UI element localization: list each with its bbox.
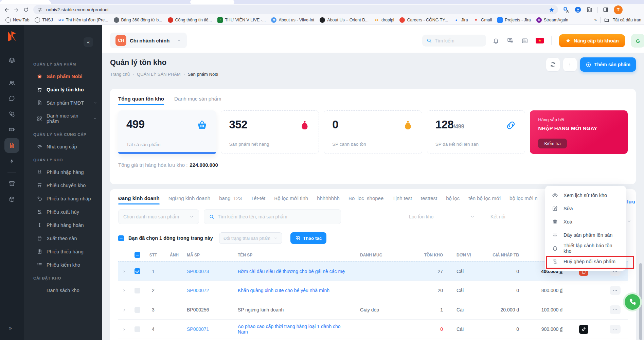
row-checkbox[interactable]: [135, 307, 140, 313]
product-name-link[interactable]: SP ngừng kinh doanh: [238, 307, 348, 312]
support-agent-icon[interactable]: [507, 37, 514, 44]
site-settings-icon[interactable]: [37, 7, 43, 13]
filter-tab[interactable]: tên bộ lọc mới: [468, 195, 501, 204]
filter-tab[interactable]: bộ lọc mới n: [509, 195, 537, 204]
sidebar-item[interactable]: Nhà cung cấp: [33, 140, 102, 153]
change-status-dropdown[interactable]: Đổi trạng thái sản phẩm: [219, 232, 282, 244]
rail-cash-icon[interactable]: [4, 122, 19, 137]
back-icon[interactable]: [2, 5, 12, 15]
context-menu-item[interactable]: Sửa: [545, 202, 626, 215]
language-flag-icon[interactable]: ★: [536, 38, 544, 43]
column-header[interactable]: ẢNH: [162, 253, 187, 257]
sidebar-item[interactable]: Sản phẩm TMĐT: [33, 96, 102, 109]
expand-row-button[interactable]: [118, 288, 130, 293]
check-button[interactable]: Kiểm tra: [538, 139, 567, 148]
sidebar-item[interactable]: Phiếu thiếu hàng: [33, 245, 102, 258]
product-code-link[interactable]: SP000073: [187, 269, 238, 274]
stock-filter-select[interactable]: Lọc tồn kho: [404, 209, 480, 224]
browser-tab-inactive[interactable]: [190, 0, 234, 4]
app-logo-icon[interactable]: [6, 30, 18, 43]
row-actions-button[interactable]: [610, 325, 621, 334]
breadcrumb-home[interactable]: Trang chủ: [110, 72, 130, 77]
save-filter-link[interactable]: lưu: [627, 199, 635, 204]
call-support-fab[interactable]: [623, 292, 642, 311]
rail-archive-icon[interactable]: [4, 176, 19, 191]
header-checkbox[interactable]: [135, 252, 140, 258]
product-code-link[interactable]: BP000256: [187, 307, 238, 312]
bookmark-item[interactable]: Careers - CÔNG TY...: [397, 16, 451, 24]
context-menu-item[interactable]: Xem lịch sử tồn kho: [545, 189, 626, 202]
sidebar-item[interactable]: Quản lý tồn kho: [33, 83, 102, 96]
forward-icon[interactable]: [12, 5, 21, 15]
category-select[interactable]: Chọn danh mục sản phẩm: [118, 209, 199, 224]
translate-icon[interactable]: [563, 6, 570, 13]
bookmark-item[interactable]: M About us - Vlive-int: [268, 16, 317, 24]
sidebar-item[interactable]: Danh sách kho: [33, 284, 102, 297]
sidebar-item[interactable]: Phiếu chuyển kho: [33, 179, 102, 192]
rail-cube-icon[interactable]: [4, 192, 19, 207]
filter-tab[interactable]: testtest: [421, 195, 437, 204]
column-header[interactable]: TÊN SP: [238, 253, 348, 257]
chevron-down-icon[interactable]: [627, 219, 631, 223]
sidebar-item[interactable]: Danh mục sản phẩm: [33, 109, 102, 128]
filter-tab[interactable]: Ngừng kinh doanh: [168, 195, 210, 204]
rail-doc-icon[interactable]: [4, 138, 19, 153]
rail-phone-icon[interactable]: [4, 107, 19, 122]
row-checkbox[interactable]: [135, 268, 140, 274]
refresh-button[interactable]: [546, 58, 560, 71]
product-search-input[interactable]: Tìm kiếm theo tên, mã sản phẩm: [204, 209, 341, 224]
filter-tab[interactable]: hhhhhhhh: [317, 195, 340, 204]
all-bookmarks-label[interactable]: Tất cả dấu tran: [613, 18, 641, 22]
context-menu-item[interactable]: Thiết lập cảnh báo tồn kho: [545, 241, 626, 255]
bookmark-item[interactable]: M Gmail: [471, 16, 495, 24]
news-icon[interactable]: [521, 37, 528, 44]
column-header[interactable]: GIÁ NHẬP TB: [478, 253, 521, 257]
user-avatar[interactable]: G: [631, 34, 644, 48]
product-code-link[interactable]: SP000071: [187, 326, 238, 332]
sidebar-item[interactable]: Phiếu nhập hàng: [33, 165, 102, 179]
more-options-button[interactable]: [563, 58, 577, 71]
overview-tab[interactable]: Tổng quan tồn kho: [118, 96, 164, 105]
sidebar-item[interactable]: Sản phẩm Nobi: [33, 70, 102, 83]
row-actions-button[interactable]: [610, 286, 621, 295]
rail-users-icon[interactable]: [4, 75, 19, 90]
bookmarks-overflow-chevron[interactable]: »: [594, 17, 597, 22]
expand-row-button[interactable]: [118, 327, 130, 332]
row-checkbox[interactable]: [135, 288, 140, 293]
bookmark-item[interactable]: Bảng 360 động từ b...: [111, 16, 165, 24]
row-checkbox[interactable]: [135, 326, 140, 332]
notifications-bell-icon[interactable]: [493, 37, 499, 44]
bookmark-item[interactable]: Projects - Jira: [495, 16, 533, 24]
sidebar-item[interactable]: Phiếu kiểm kho: [33, 258, 102, 271]
bookmark-item[interactable]: ▲ Jira: [451, 16, 471, 24]
filter-tab[interactable]: Tịnh test: [392, 195, 412, 204]
rail-layers-icon[interactable]: [4, 53, 19, 68]
browser-tab[interactable]: [0, 0, 51, 4]
bulk-actions-button[interactable]: Thao tác: [290, 232, 327, 244]
sidebar-item[interactable]: Phiếu trả hàng nhập: [33, 192, 102, 205]
reload-icon[interactable]: [21, 5, 31, 15]
bookmark-item[interactable]: oo dropipi: [371, 16, 397, 24]
sidebar-item[interactable]: Phiếu xuất hủy: [33, 205, 102, 218]
overview-tab[interactable]: Danh mục sản phẩm: [174, 96, 221, 105]
add-product-button[interactable]: Thêm sản phẩm: [580, 57, 636, 72]
rail-bolt-icon[interactable]: [4, 154, 19, 168]
url-bar[interactable]: nobiv2-stable.ecrm.vn/product: [33, 5, 558, 14]
sidebar-expand-button[interactable]: »: [9, 325, 12, 331]
column-header[interactable]: STT: [145, 253, 162, 257]
bookmark-item[interactable]: TNSJ: [32, 16, 55, 24]
filter-tab[interactable]: bộ lọc: [446, 195, 460, 204]
rail-chat-icon[interactable]: [4, 91, 19, 106]
filter-tab[interactable]: Bo_loc_shopee: [348, 195, 383, 204]
bookmark-item[interactable]: About Us – Orient B...: [317, 16, 371, 24]
download-icon[interactable]: [574, 6, 582, 13]
breadcrumb-section[interactable]: QUẢN LÝ SẢN PHẨM: [137, 72, 181, 77]
bookmark-item[interactable]: ◉ StreamAgain: [534, 16, 571, 24]
filter-tab[interactable]: Tét-tét: [251, 195, 265, 204]
browser-profile-avatar[interactable]: T: [614, 5, 623, 14]
bookmark-item[interactable]: New Tab: [3, 16, 32, 24]
filter-tab[interactable]: bang_123: [219, 195, 242, 204]
expand-row-button[interactable]: [118, 308, 130, 312]
row-actions-button[interactable]: [610, 305, 621, 314]
column-header[interactable]: MÃ SP: [187, 253, 238, 257]
